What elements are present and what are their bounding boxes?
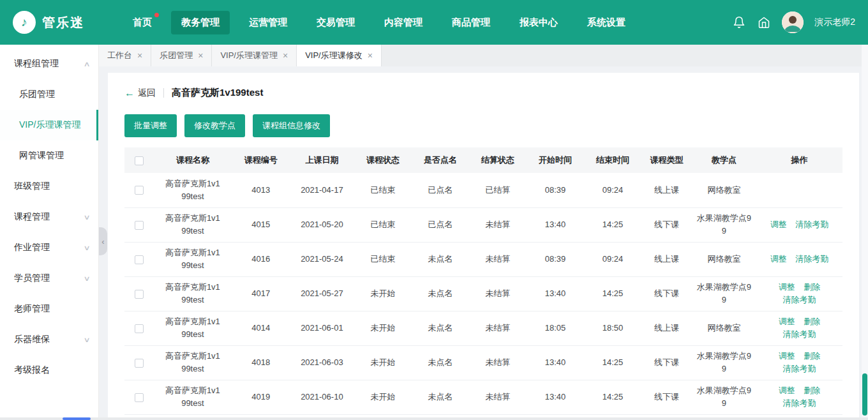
tab-vip-theory-mgmt[interactable]: VIP/乐理课管理 ×	[212, 45, 297, 66]
sidebar: 课程组管理 ∧ 乐团管理 VIP/乐理课管理 网管课管理 班级管理 课程管理 ∨…	[0, 45, 99, 420]
cell-select	[124, 345, 153, 380]
sidebar-item-online-admin-course-mgmt[interactable]: 网管课管理	[0, 140, 98, 171]
adjust-link[interactable]: 调整	[779, 386, 795, 395]
cell-course-status: 未开始	[354, 345, 412, 380]
select-all-checkbox[interactable]	[135, 156, 144, 165]
col-end-time: 结束时间	[584, 147, 641, 173]
cell-start-time: 13:40	[527, 380, 584, 414]
sidebar-item-label: 班级管理	[14, 181, 50, 192]
clear-attendance-link[interactable]: 清除考勤	[783, 398, 816, 408]
clear-attendance-link[interactable]: 清除考勤	[783, 364, 816, 373]
cell-class-date: 2021-06-10	[290, 380, 354, 414]
delete-link[interactable]: 删除	[804, 282, 820, 292]
cell-course-code: 4019	[232, 380, 290, 414]
clear-attendance-link[interactable]: 清除考勤	[795, 254, 828, 264]
brand[interactable]: ♪ 管乐迷	[13, 11, 108, 34]
cell-venue: 水果湖教学点99	[692, 345, 756, 380]
table-header-row: 课程名称 课程编号 上课日期 课程状态 是否点名 结算状态 开始时间 结束时间 …	[124, 147, 842, 173]
batch-adjust-button[interactable]: 批量调整	[124, 114, 177, 137]
delete-link[interactable]: 删除	[804, 386, 820, 395]
clear-attendance-link[interactable]: 清除考勤	[783, 329, 816, 339]
adjust-link[interactable]: 调整	[779, 282, 795, 292]
tab-workbench[interactable]: 工作台 ×	[99, 45, 151, 66]
sidebar-item-vip-theory-mgmt[interactable]: VIP/乐理课管理	[0, 110, 98, 140]
vertical-scrollbar-track	[862, 45, 868, 420]
back-button[interactable]: ← 返回	[124, 87, 156, 99]
cell-end-time: 14:25	[584, 276, 641, 311]
sidebar-item-course-mgmt[interactable]: 课程管理 ∨	[0, 202, 98, 232]
cell-course-name: 高音萨克斯1v199test	[153, 276, 232, 311]
avatar[interactable]	[782, 11, 804, 33]
cell-course-status: 已结束	[354, 173, 412, 207]
delete-link[interactable]: 删除	[804, 317, 820, 326]
cell-end-time: 14:25	[584, 207, 641, 242]
sidebar-item-instrument-maintenance[interactable]: 乐器维保 ∨	[0, 324, 98, 355]
cell-actions: 调整 删除 清除考勤	[756, 311, 842, 345]
close-icon[interactable]: ×	[137, 51, 142, 60]
cell-actions: 调整 清除考勤	[756, 207, 842, 242]
modify-course-group-button[interactable]: 课程组信息修改	[253, 114, 330, 137]
user-name[interactable]: 演示老师2	[814, 17, 855, 28]
sidebar-item-exam-registration[interactable]: 考级报名	[0, 355, 98, 386]
nav-item-report-center[interactable]: 报表中心	[509, 11, 568, 34]
cell-start-time: 08:39	[527, 173, 584, 207]
nav-item-system-settings[interactable]: 系统设置	[577, 11, 636, 34]
nav-item-label: 商品管理	[452, 17, 490, 27]
delete-link[interactable]: 删除	[804, 351, 820, 361]
sidebar-item-label: 学员管理	[14, 273, 50, 284]
sidebar-item-homework-mgmt[interactable]: 作业管理 ∨	[0, 232, 98, 263]
col-start-time: 开始时间	[527, 147, 584, 173]
sidebar-item-label: 作业管理	[14, 242, 50, 253]
sidebar-item-orchestra-mgmt[interactable]: 乐团管理	[0, 79, 98, 110]
sidebar-item-teacher-mgmt[interactable]: 老师管理	[0, 294, 98, 324]
table-row: 高音萨克斯1v199test 4017 2021-05-27 未开始 未点名 未…	[124, 276, 842, 311]
nav-item-trade-mgmt[interactable]: 交易管理	[306, 11, 365, 34]
bell-icon[interactable]	[732, 15, 746, 29]
row-checkbox[interactable]	[135, 359, 144, 368]
sidebar-item-label: VIP/乐理课管理	[19, 119, 80, 131]
col-course-code: 课程编号	[232, 147, 290, 173]
cell-settlement-status: 未结算	[469, 242, 527, 276]
row-checkbox[interactable]	[135, 255, 144, 264]
sidebar-item-class-mgmt[interactable]: 班级管理	[0, 171, 98, 202]
home-icon[interactable]	[757, 15, 771, 29]
horizontal-scrollbar-thumb[interactable]	[63, 417, 91, 420]
sidebar-collapse-handle[interactable]: ‹	[99, 227, 107, 255]
cell-course-name: 高音萨克斯1v199test	[153, 380, 232, 414]
nav-item-goods-mgmt[interactable]: 商品管理	[442, 11, 500, 34]
row-checkbox[interactable]	[135, 393, 144, 402]
cell-settlement-status: 未结算	[469, 276, 527, 311]
row-checkbox[interactable]	[135, 290, 144, 299]
adjust-link[interactable]: 调整	[779, 317, 795, 326]
clear-attendance-link[interactable]: 清除考勤	[783, 295, 816, 304]
tab-vip-theory-edit[interactable]: VIP/乐理课修改 ×	[297, 45, 382, 66]
cell-settlement-status: 未结算	[469, 345, 527, 380]
adjust-link[interactable]: 调整	[770, 220, 787, 229]
course-table: 课程名称 课程编号 上课日期 课程状态 是否点名 结算状态 开始时间 结束时间 …	[124, 147, 842, 415]
nav-item-academic-mgmt[interactable]: 教务管理	[171, 11, 230, 34]
row-checkbox[interactable]	[135, 324, 144, 333]
cell-settlement-status: 未结算	[469, 380, 527, 414]
close-icon[interactable]: ×	[198, 51, 203, 60]
nav-item-home[interactable]: 首页	[123, 11, 162, 34]
cell-end-time: 14:25	[584, 345, 641, 380]
clear-attendance-link[interactable]: 清除考勤	[795, 220, 828, 229]
cell-settlement-status: 未结算	[469, 311, 527, 345]
close-icon[interactable]: ×	[368, 51, 373, 60]
nav-item-operations-mgmt[interactable]: 运营管理	[239, 11, 297, 34]
row-checkbox[interactable]	[135, 186, 144, 195]
brand-name: 管乐迷	[42, 14, 84, 31]
sidebar-item-course-group-mgmt[interactable]: 课程组管理 ∧	[0, 49, 98, 79]
modify-venue-button[interactable]: 修改教学点	[184, 114, 245, 137]
tab-orchestra-mgmt[interactable]: 乐团管理 ×	[151, 45, 212, 66]
adjust-link[interactable]: 调整	[779, 351, 795, 361]
close-icon[interactable]: ×	[283, 51, 288, 60]
cell-course-code: 4016	[232, 242, 290, 276]
cell-course-code: 4013	[232, 173, 290, 207]
adjust-link[interactable]: 调整	[770, 254, 787, 264]
vertical-scrollbar-thumb[interactable]	[862, 373, 867, 416]
nav-item-content-mgmt[interactable]: 内容管理	[374, 11, 433, 34]
sidebar-item-student-mgmt[interactable]: 学员管理 ∨	[0, 263, 98, 294]
top-navbar: ♪ 管乐迷 首页 教务管理 运营管理 交易管理 内容管理 商品管理 报表中心 系…	[0, 0, 868, 45]
row-checkbox[interactable]	[135, 221, 144, 230]
